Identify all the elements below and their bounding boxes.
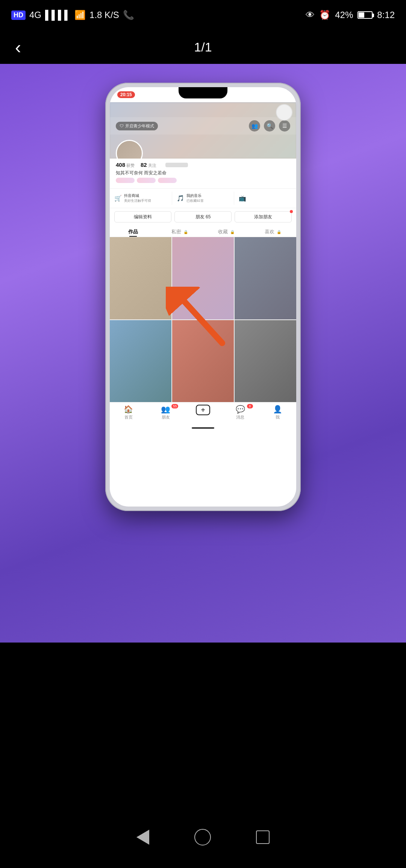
private-lock-icon: 🔒 (183, 230, 188, 234)
content-tabs: 作品 私密 🔒 收藏 🔒 喜欢 🔒 (110, 225, 296, 237)
stats-row: 408 获赞 82 关注 (116, 162, 290, 168)
video-cell-6[interactable] (235, 320, 296, 402)
follow-circle-button[interactable] (276, 104, 292, 121)
shop-sub: 美好生活触手可得 (124, 198, 151, 203)
profile-info: 408 获赞 82 关注 知其不可奈何 而安之若命 (110, 159, 296, 188)
add-button[interactable]: + (196, 405, 210, 415)
shield-icon: 🛡 (120, 124, 124, 128)
status-left: HD 4G ▌▌▌▌ 📶 1.8 K/S 📞 (11, 10, 134, 20)
android-home-button[interactable] (194, 829, 211, 845)
nav-add[interactable]: + (184, 405, 221, 420)
likes-label: 获赞 (126, 163, 135, 168)
eye-icon: 👁 (306, 10, 315, 20)
video-cell-3[interactable] (235, 237, 296, 319)
signal-bars: ▌▌▌▌ (45, 10, 71, 20)
video-cell-1[interactable] (110, 237, 171, 319)
tab-favorites-label: 收藏 (218, 229, 228, 234)
add-friend-label: 添加朋友 (254, 214, 272, 220)
feature-music[interactable]: 🎵 我的音乐 已收藏92首 (172, 192, 235, 205)
friends-button[interactable]: 朋友 65 (174, 211, 232, 222)
nav-me-label: 我 (276, 414, 280, 420)
phone-time: 20:15 (117, 91, 135, 98)
hd-badge: HD (11, 11, 26, 20)
phone-status-right: ▌▌▌ 4G (273, 92, 289, 97)
shop-icon: 🛒 (114, 195, 122, 202)
menu-icon-button[interactable]: ☰ (279, 120, 290, 132)
messages-icon: 💬 (236, 405, 245, 414)
wifi-icon: 📶 (74, 10, 86, 20)
feature-tv[interactable]: 📺 (234, 192, 296, 205)
bio-text: 知其不可奈何 而安之若命 (116, 170, 290, 176)
tab-works-label: 作品 (128, 229, 138, 234)
avatar-area (116, 140, 143, 159)
bottom-black (0, 748, 406, 868)
phone-screen: 20:15 ▌▌▌ 4G 🛡 开启青少年模式 👥 🔍 ☰ (110, 87, 296, 507)
video-cell-4[interactable] (110, 320, 171, 402)
battery-icon (358, 11, 373, 19)
status-bar: HD 4G ▌▌▌▌ 📶 1.8 K/S 📞 👁 ⏰ 42% 8:12 (0, 0, 406, 30)
add-friend-badge (290, 210, 293, 213)
followers-stat (162, 163, 188, 167)
android-recent-button[interactable] (256, 830, 270, 844)
add-friend-button[interactable]: 添加朋友 (235, 211, 292, 222)
signal-4g: 4G (29, 10, 41, 20)
edit-profile-button[interactable]: 编辑资料 (114, 211, 171, 222)
video-cell-5[interactable] (172, 320, 234, 402)
tab-works[interactable]: 作品 (110, 225, 156, 237)
tab-favorites[interactable]: 收藏 🔒 (203, 225, 250, 237)
likes-stat: 408 获赞 (116, 162, 135, 168)
youth-mode-label: 开启青少年模式 (125, 123, 154, 129)
action-buttons: 编辑资料 朋友 65 添加朋友 (110, 208, 296, 225)
likes-lock-icon: 🔒 (277, 230, 281, 234)
nav-messages[interactable]: 💬 消息 8 (222, 405, 259, 420)
messages-badge: 8 (247, 404, 253, 408)
nav-friends-label: 朋友 (162, 414, 170, 420)
android-back-button[interactable] (136, 830, 149, 845)
phone-4g: 4G (283, 92, 289, 97)
clock-time: 8:12 (377, 10, 395, 20)
shop-title: 抖音商城 (124, 193, 151, 198)
tab-private-label: 私密 (171, 229, 181, 234)
likes-count: 408 (116, 162, 125, 168)
status-right: 👁 ⏰ 42% 8:12 (306, 10, 395, 20)
tag-1 (116, 178, 135, 183)
following-stat: 82 关注 (141, 162, 156, 168)
nav-me[interactable]: 👤 我 (259, 405, 296, 420)
nav-home[interactable]: 🏠 首页 (110, 405, 147, 420)
back-button[interactable]: ‹ (15, 37, 21, 57)
following-label: 关注 (148, 163, 156, 168)
tag-2 (137, 178, 156, 183)
phone-notch (179, 87, 227, 98)
tv-icon: 📺 (239, 195, 246, 202)
music-icon: 🎵 (177, 195, 184, 202)
feature-shop-text: 抖音商城 美好生活触手可得 (124, 193, 151, 203)
android-nav (0, 829, 406, 845)
video-cell-2[interactable] (172, 237, 234, 319)
video-grid-container (110, 237, 296, 402)
search-icon-button[interactable]: 🔍 (264, 120, 275, 132)
tab-private[interactable]: 私密 🔒 (156, 225, 203, 237)
battery-percent: 42% (335, 10, 353, 20)
phone-signal: ▌▌▌ (273, 92, 282, 97)
gesture-bar (110, 422, 296, 434)
tag-3 (158, 178, 177, 183)
header-icons: 👥 🔍 ☰ (249, 120, 290, 132)
bottom-nav: 🏠 首页 👥 朋友 55 + 💬 消息 8 👤 我 (110, 402, 296, 422)
home-icon: 🏠 (124, 405, 133, 414)
alarm-icon: ⏰ (319, 10, 330, 20)
nav-title: 1/1 (194, 40, 212, 54)
phone-icon: 📞 (123, 10, 134, 20)
avatar[interactable] (116, 140, 143, 159)
video-grid (110, 237, 296, 402)
speed-indicator: 1.8 K/S (89, 10, 119, 20)
tab-likes[interactable]: 喜欢 🔒 (250, 225, 296, 237)
cover-area: 🛡 开启青少年模式 👥 🔍 ☰ (110, 102, 296, 159)
youth-mode-button[interactable]: 🛡 开启青少年模式 (116, 122, 158, 130)
gesture-line (192, 427, 214, 429)
nav-friends[interactable]: 👥 朋友 55 (147, 405, 184, 420)
following-count: 82 (141, 162, 147, 168)
nav-messages-label: 消息 (236, 414, 244, 420)
feature-shop[interactable]: 🛒 抖音商城 美好生活触手可得 (110, 192, 172, 205)
people-icon-button[interactable]: 👥 (249, 120, 260, 132)
phone-header: 🛡 开启青少年模式 👥 🔍 ☰ (110, 117, 296, 135)
